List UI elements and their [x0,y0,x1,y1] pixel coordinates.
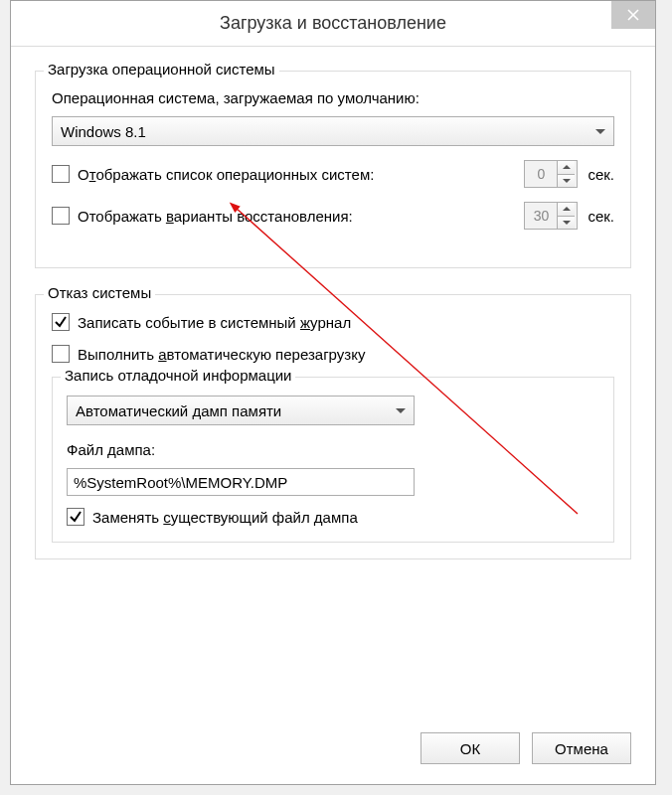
dialog-buttons: ОК Отмена [11,732,655,784]
group-system-startup: Загрузка операционной системы Операционн… [35,71,631,268]
dialog-content: Загрузка операционной системы Операционн… [11,47,655,732]
triangle-up-icon [563,165,571,169]
group-debug-info: Запись отладочной информации Автоматичес… [52,377,614,543]
triangle-down-icon [563,221,571,225]
dump-type-value: Автоматический дамп памяти [76,402,281,419]
seconds-label: сек. [588,208,614,225]
default-os-combobox[interactable]: Windows 8.1 [52,116,614,146]
auto-restart-label: Выполнить автоматическую перезагрузку [78,346,365,363]
show-recovery-label: Отображать варианты восстановления: [78,208,353,225]
ok-button[interactable]: ОК [420,732,520,764]
spinner-down-button[interactable] [558,217,575,230]
chevron-down-icon [595,129,605,134]
default-os-value: Windows 8.1 [61,123,146,140]
show-recovery-checkbox[interactable] [52,207,70,225]
close-button[interactable] [611,1,655,29]
chevron-down-icon [396,408,406,413]
recovery-timeout-spinner[interactable] [524,202,578,230]
dump-file-input[interactable]: %SystemRoot%\MEMORY.DMP [67,468,415,496]
triangle-down-icon [563,179,571,183]
triangle-up-icon [563,207,571,211]
dump-file-value: %SystemRoot%\MEMORY.DMP [74,474,287,491]
spinner-down-button[interactable] [558,175,575,188]
dump-type-combobox[interactable]: Автоматический дамп памяти [67,396,415,425]
log-event-label: Записать событие в системный журнал [78,314,351,331]
overwrite-dump-label: Заменять существующий файл дампа [92,509,358,526]
cancel-button[interactable]: Отмена [532,732,631,764]
os-list-timeout-value[interactable] [525,165,557,183]
spinner-up-button[interactable] [558,203,575,217]
seconds-label: сек. [588,166,614,183]
overwrite-dump-checkbox[interactable] [67,508,84,526]
dump-file-label: Файл дампа: [67,441,599,458]
group-debug-info-legend: Запись отладочной информации [61,367,295,384]
recovery-timeout-value[interactable] [525,207,557,225]
group-system-failure: Отказ системы Записать событие в системн… [35,294,631,559]
group-system-failure-legend: Отказ системы [44,284,155,301]
show-os-list-checkbox[interactable] [52,165,70,183]
auto-restart-checkbox[interactable] [52,345,70,363]
spinner-up-button[interactable] [558,161,575,175]
group-system-startup-legend: Загрузка операционной системы [44,61,279,78]
titlebar: Загрузка и восстановление [11,1,655,47]
close-icon [627,9,639,21]
os-list-timeout-spinner[interactable] [524,160,578,188]
show-os-list-label: Отображать список операционных систем: [78,166,374,183]
dialog-window: Загрузка и восстановление Загрузка опера… [10,0,656,785]
window-title: Загрузка и восстановление [220,13,446,34]
default-os-label: Операционная система, загружаемая по умо… [52,89,614,106]
log-event-checkbox[interactable] [52,313,70,331]
